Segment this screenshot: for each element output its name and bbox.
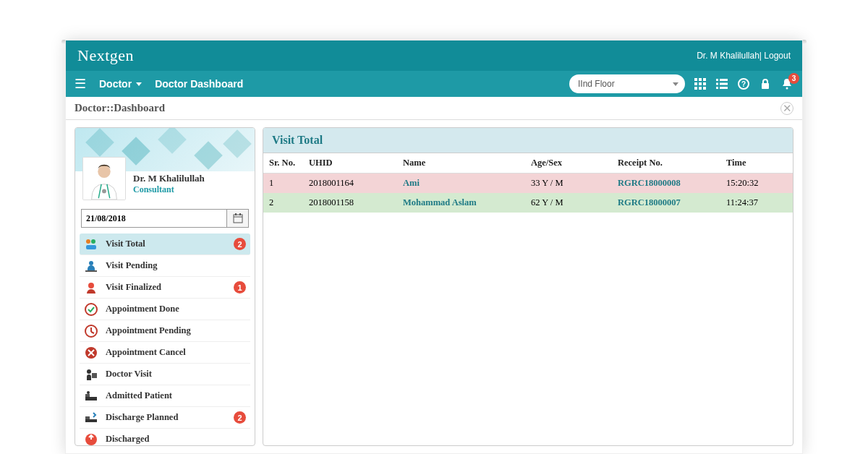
- sidebar-item-icon: [84, 367, 98, 382]
- hamburger-icon[interactable]: ☰: [75, 76, 86, 92]
- sidebar-item-admitted-patient[interactable]: Admitted Patient: [80, 385, 250, 407]
- sidebar-item-label: Admitted Patient: [106, 390, 172, 401]
- col-sr: Sr. No.: [263, 153, 303, 174]
- table-row[interactable]: 12018001164Ami33 Y / MRGRC1800000815:20:…: [263, 174, 793, 194]
- sidebar-item-appointment-pending[interactable]: Appointment Pending: [80, 320, 250, 342]
- main-panel: Visit Total Sr. No. UHID Name Age/Sex Re…: [263, 127, 793, 446]
- col-uhid: UHID: [303, 153, 397, 174]
- sidebar-item-discharged[interactable]: Discharged: [80, 429, 250, 446]
- count-badge: 2: [234, 238, 246, 250]
- list-icon[interactable]: [715, 77, 728, 90]
- table-row[interactable]: 22018001158Mohammad Aslam62 Y / MRGRC180…: [263, 193, 793, 213]
- svg-point-29: [89, 261, 93, 265]
- floor-select[interactable]: IInd Floor: [569, 74, 685, 93]
- nav-doctor-dropdown[interactable]: Doctor: [99, 78, 142, 90]
- logout-link[interactable]: Logout: [764, 51, 791, 61]
- nav-doctor-dashboard[interactable]: Doctor Dashboard: [155, 78, 243, 90]
- sidebar-item-label: Doctor Visit: [106, 369, 152, 380]
- cell-uhid: 2018001164: [303, 174, 397, 194]
- svg-text:?: ?: [741, 80, 746, 88]
- sidebar-item-label: Discharged: [106, 434, 149, 445]
- svg-rect-28: [86, 245, 96, 249]
- svg-rect-44: [85, 419, 97, 422]
- brand-logo: Nextgen: [77, 46, 134, 65]
- svg-rect-0: [694, 78, 697, 81]
- sidebar-item-visit-pending[interactable]: Visit Pending: [80, 255, 250, 277]
- notification-badge: 3: [788, 73, 799, 84]
- sidebar-item-visit-finalized[interactable]: Visit Finalized1: [80, 277, 250, 299]
- sidebar-item-label: Visit Total: [106, 239, 145, 249]
- breadcrumb: Doctor::Dashboard: [75, 102, 165, 114]
- breadcrumb-bar: Doctor::Dashboard ✕: [66, 97, 802, 120]
- svg-rect-2: [703, 78, 706, 81]
- sidebar-item-discharge-planned[interactable]: Discharge Planned2: [80, 407, 250, 429]
- count-badge: 1: [234, 281, 246, 294]
- sidebar-panel: Dr. M Khalilullah Consultant Visit Total…: [75, 127, 255, 446]
- cell-name[interactable]: Ami: [397, 174, 525, 194]
- sidebar-item-icon: [84, 237, 98, 252]
- svg-point-32: [85, 304, 97, 315]
- cell-name[interactable]: Mohammad Aslam: [397, 193, 525, 213]
- svg-rect-12: [720, 83, 728, 85]
- sidebar-item-visit-total[interactable]: Visit Total2: [80, 234, 250, 255]
- help-icon[interactable]: ?: [737, 77, 750, 90]
- cell-uhid: 2018001158: [303, 193, 397, 213]
- svg-rect-7: [699, 87, 702, 90]
- content-area: Dr. M Khalilullah Consultant Visit Total…: [66, 120, 802, 453]
- sidebar-item-icon: [84, 389, 98, 403]
- cell-sr: 1: [263, 174, 303, 194]
- bell-icon[interactable]: 3: [780, 77, 793, 90]
- svg-point-18: [786, 87, 788, 90]
- svg-point-27: [91, 239, 95, 244]
- svg-rect-22: [234, 215, 242, 223]
- cell-age: 33 Y / M: [525, 174, 612, 194]
- col-age: Age/Sex: [525, 153, 612, 174]
- topbar: Nextgen Dr. M Khalilullah| Logout: [66, 40, 802, 71]
- sidebar-list: Visit Total2Visit PendingVisit Finalized…: [75, 231, 255, 446]
- sidebar-item-doctor-visit[interactable]: Doctor Visit: [80, 364, 250, 385]
- svg-point-43: [87, 391, 90, 394]
- date-input[interactable]: [81, 209, 227, 228]
- sidebar-item-appointment-done[interactable]: Appointment Done: [80, 299, 250, 320]
- sidebar-item-label: Visit Pending: [106, 260, 157, 271]
- visit-table: Sr. No. UHID Name Age/Sex Receipt No. Ti…: [263, 153, 793, 213]
- sidebar-item-icon: [84, 346, 98, 360]
- sidebar-item-label: Appointment Pending: [106, 325, 191, 336]
- svg-rect-30: [85, 270, 97, 272]
- navbar: ☰ Doctor Doctor Dashboard IInd Floor ?: [66, 71, 802, 97]
- cell-time: 15:20:32: [720, 174, 793, 194]
- col-name: Name: [397, 153, 525, 174]
- lock-icon[interactable]: [759, 77, 772, 90]
- cell-sr: 2: [263, 193, 303, 213]
- col-time: Time: [720, 153, 793, 174]
- sidebar-item-icon: [84, 302, 98, 317]
- svg-rect-3: [694, 82, 697, 85]
- cell-receipt[interactable]: RGRC18000007: [612, 193, 720, 213]
- svg-point-21: [102, 189, 106, 194]
- cell-receipt[interactable]: RGRC18000008: [612, 174, 720, 194]
- profile-row: Dr. M Khalilullah Consultant: [75, 157, 255, 206]
- sidebar-item-appointment-cancel[interactable]: Appointment Cancel: [80, 342, 250, 364]
- svg-rect-45: [85, 416, 90, 419]
- svg-rect-9: [716, 79, 718, 81]
- svg-rect-6: [694, 87, 697, 90]
- close-icon[interactable]: ✕: [780, 102, 793, 115]
- sidebar-item-label: Appointment Cancel: [106, 347, 186, 358]
- sidebar-item-icon: [84, 324, 98, 338]
- cell-time: 11:24:37: [720, 193, 793, 213]
- svg-rect-10: [720, 79, 728, 81]
- app-window: Nextgen Dr. M Khalilullah| Logout ☰ Doct…: [65, 40, 803, 454]
- current-user-name: Dr. M Khalilullah: [697, 51, 760, 61]
- doctor-role: Consultant: [133, 184, 205, 195]
- grid-icon[interactable]: [694, 77, 707, 90]
- calendar-button[interactable]: [227, 209, 249, 228]
- caret-down-icon: [136, 82, 142, 86]
- svg-line-35: [91, 332, 94, 333]
- svg-point-20: [98, 166, 110, 178]
- sidebar-item-label: Appointment Done: [106, 304, 179, 314]
- sidebar-item-icon: [84, 411, 98, 425]
- cell-age: 62 Y / M: [525, 193, 612, 213]
- svg-rect-11: [716, 83, 718, 85]
- svg-rect-41: [85, 397, 97, 401]
- svg-rect-40: [92, 373, 97, 378]
